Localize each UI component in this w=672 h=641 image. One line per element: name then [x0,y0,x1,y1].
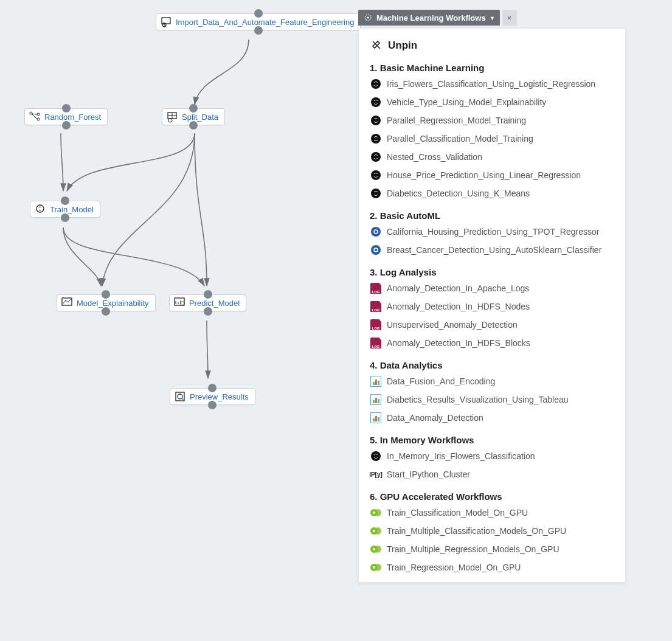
wf-item-label: Diabetics_Detection_Using_K_Means [387,189,530,198]
wf-item[interactable]: LOGUnsupervised_Anomaly_Detection [370,319,614,331]
wf-item-label: Data_Anomaly_Detection [387,413,483,423]
section-title-gpu: 6. GPU Accelerated Workflows [370,491,614,502]
wf-item[interactable]: Vehicle_Type_Using_Model_Explainability [370,96,614,108]
brain-icon [370,151,382,163]
wf-item[interactable]: LOGAnomaly_Detection_In_Apache_Logs [370,282,614,294]
port-in[interactable] [204,290,212,299]
pin-icon [370,40,382,52]
node-label: Random_Forest [44,113,101,122]
svg-point-28 [371,451,381,461]
wf-item-label: Train_Multiple_Regression_Models_On_GPU [387,544,559,554]
gpu-icon [370,561,382,573]
svg-point-12 [178,394,182,399]
svg-point-15 [371,79,381,89]
wf-item-label: Train_Classification_Model_On_GPU [387,508,528,518]
wf-item-label: Unsupervised_Anomaly_Detection [387,320,518,330]
wf-item[interactable]: Train_Regression_Model_On_GPU [370,561,614,573]
wf-item[interactable]: House_Price_Prediction_Using_Linear_Regr… [370,169,614,181]
wf-item[interactable]: Nested_Cross_Validation [370,151,614,163]
section-title-data-analytics: 4. Data Analytics [370,360,614,370]
wf-item-label: Vehicle_Type_Using_Model_Explainability [387,97,546,107]
gpu-icon [370,543,382,555]
port-in[interactable] [62,104,71,113]
wf-item-label: House_Price_Prediction_Using_Linear_Regr… [387,170,581,180]
wf-item[interactable]: IP[y]Start_IPython_Cluster [370,468,614,480]
wf-item[interactable]: In_Memory_Iris_Flowers_Classification [370,450,614,462]
panel-close-button[interactable]: × [502,10,517,26]
brain-icon [370,450,382,462]
wf-item[interactable]: Train_Multiple_Classification_Models_On_… [370,525,614,537]
svg-point-3 [37,113,40,116]
node-split-data[interactable]: Split_Data [162,108,225,125]
wf-item[interactable]: Breast_Cancer_Detection_Using_AutoSklear… [370,244,614,256]
port-in[interactable] [189,104,198,113]
port-out[interactable] [62,121,71,130]
section-title-in-memory: 5. In Memory Workflows [370,435,614,445]
port-out[interactable] [254,26,263,35]
port-in[interactable] [208,384,216,392]
node-icon-split [166,111,178,123]
gpu-icon [370,525,382,537]
brain-icon [370,114,382,126]
wf-item-label: Data_Fusion_And_Encoding [387,376,495,386]
node-import-data[interactable]: Import_Data_And_Automate_Feature_Enginee… [156,13,361,30]
wf-item[interactable]: LOGAnomaly_Detection_In_HDFS_Nodes [370,300,614,313]
node-train-model[interactable]: Train_Model [30,201,100,218]
unpin-button[interactable]: Unpin [370,40,614,52]
node-icon-predict [173,297,185,309]
svg-point-31 [373,511,375,514]
wf-item[interactable]: Diabetics_Results_Visualization_Using_Ta… [370,393,614,406]
port-out[interactable] [102,307,110,316]
port-in[interactable] [61,196,69,205]
wf-item-label: In_Memory_Iris_Flowers_Classification [387,451,535,461]
wf-item-label: Diabetics_Results_Visualization_Using_Ta… [387,395,569,404]
wf-item-label: Iris_Flowers_Classification_Using_Logist… [387,79,595,89]
panel-tab-label: Machine Learning Workflows [376,13,486,23]
wf-item[interactable]: Data_Fusion_And_Encoding [370,375,614,387]
wf-item[interactable]: Parallel_Regression_Model_Training [370,114,614,126]
log-icon: LOG [370,337,382,349]
svg-point-20 [371,170,381,180]
gear-icon [363,13,373,23]
port-out[interactable] [204,307,212,316]
node-icon-chart [61,297,73,309]
wf-item[interactable]: Diabetics_Detection_Using_K_Means [370,187,614,199]
port-in[interactable] [102,290,110,299]
automl-icon [370,226,382,238]
node-model-explainability[interactable]: Model_Explainability [57,294,156,311]
node-preview-results[interactable]: Preview_Results [170,388,255,405]
node-predict-model[interactable]: Predict_Model [169,294,246,311]
workflow-canvas[interactable]: Import_Data_And_Automate_Feature_Enginee… [0,0,353,641]
gpu-icon [370,507,382,519]
wf-item-label: Anomaly_Detection_In_HDFS_Blocks [387,338,530,348]
port-out[interactable] [208,401,216,409]
port-out[interactable] [189,121,198,130]
node-icon-tree [29,111,41,123]
wf-item[interactable]: Iris_Flowers_Classification_Using_Logist… [370,78,614,90]
port-out[interactable] [61,213,69,222]
svg-point-34 [373,530,375,532]
brain-icon [370,96,382,108]
wf-item[interactable]: California_Housing_Prediction_Using_TPOT… [370,226,614,238]
panel-tab-ml-workflows[interactable]: Machine Learning Workflows ▾ [358,10,500,26]
wf-item[interactable]: Parallel_Classification_Model_Training [370,133,614,145]
log-icon: LOG [370,300,382,313]
node-random-forest[interactable]: Random_Forest [24,108,108,125]
analytics-icon [370,375,382,387]
port-in[interactable] [254,9,263,18]
wf-item-label: Start_IPython_Cluster [387,469,470,479]
analytics-icon [370,412,382,424]
wf-item[interactable]: LOGAnomaly_Detection_In_HDFS_Blocks [370,337,614,349]
wf-item[interactable]: Data_Anomaly_Detection [370,412,614,424]
svg-point-10 [181,302,184,305]
wf-item[interactable]: Train_Classification_Model_On_GPU [370,507,614,519]
wf-item-label: Parallel_Regression_Model_Training [387,116,526,125]
svg-point-21 [371,189,381,198]
node-label: Import_Data_And_Automate_Feature_Enginee… [176,18,354,27]
section-title-log-analysis: 3. Log Analysis [370,267,614,277]
section-title-basic-ml: 1. Basic Machine Learning [370,63,614,73]
wf-item[interactable]: Train_Multiple_Regression_Models_On_GPU [370,543,614,555]
close-icon: × [507,13,512,23]
node-label: Split_Data [182,113,218,122]
svg-point-40 [373,566,375,569]
